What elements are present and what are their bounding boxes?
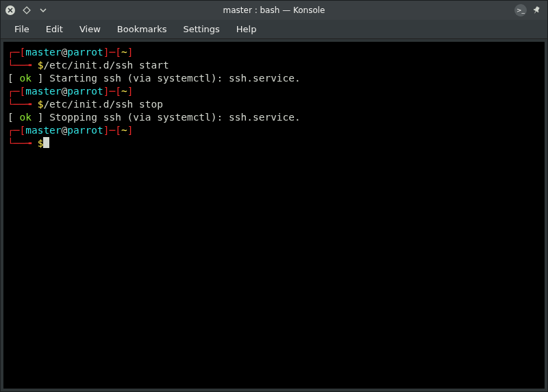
prompt-arrow: └──╼	[8, 99, 38, 110]
pin-icon	[532, 6, 540, 14]
menu-file[interactable]: File	[8, 21, 36, 37]
menu-settings[interactable]: Settings	[176, 21, 226, 37]
status-ok: ok	[19, 73, 31, 84]
command-text: /etc/init.d/ssh stop	[43, 99, 163, 110]
close-button[interactable]	[5, 5, 16, 16]
output-text: ] Stopping ssh (via systemctl): ssh.serv…	[32, 112, 301, 123]
prompt-user: master	[25, 125, 61, 136]
prompt-arrow: └──╼	[8, 60, 38, 71]
prompt-bracket: ]	[127, 86, 134, 97]
prompt-arrow: └──╼	[8, 138, 38, 149]
chevron-down-icon	[39, 6, 47, 14]
prompt-dollar: $	[38, 138, 44, 149]
maximize-button[interactable]	[21, 5, 32, 16]
diamond-icon	[23, 6, 31, 14]
prompt-bracket: ]─[	[103, 47, 121, 58]
output-text: ] Starting ssh (via systemctl): ssh.serv…	[32, 73, 301, 84]
prompt-bracket: ┌─[	[8, 47, 25, 58]
prompt-host: parrot	[67, 47, 103, 58]
pin-button[interactable]	[531, 5, 542, 16]
prompt-host: parrot	[67, 86, 103, 97]
window-titlebar: master : bash — Konsole >_	[1, 1, 547, 20]
prompt-host: parrot	[67, 125, 103, 136]
command-text: /etc/init.d/ssh start	[43, 60, 169, 71]
prompt-dir: ~	[121, 86, 127, 97]
menu-edit[interactable]: Edit	[39, 21, 70, 37]
output-text: [	[8, 112, 19, 123]
prompt-dir: ~	[121, 125, 127, 136]
prompt-bracket: ]─[	[103, 86, 121, 97]
close-icon	[5, 5, 15, 15]
menu-view[interactable]: View	[73, 21, 108, 37]
minimize-button[interactable]	[38, 5, 49, 16]
output-text: [	[8, 73, 19, 84]
menu-bookmarks[interactable]: Bookmarks	[110, 21, 174, 37]
prompt-user: master	[25, 86, 61, 97]
prompt-bracket: ┌─[	[8, 86, 25, 97]
menubar: File Edit View Bookmarks Settings Help	[1, 20, 547, 39]
prompt-user: master	[25, 47, 61, 58]
window-title: master : bash — Konsole	[1, 5, 547, 15]
cursor	[43, 137, 49, 148]
app-icon: >_	[514, 4, 527, 16]
prompt-bracket: ]─[	[103, 125, 121, 136]
status-ok: ok	[19, 112, 31, 123]
prompt-bracket: ]	[127, 47, 134, 58]
prompt-bracket: ]	[127, 125, 134, 136]
menu-help[interactable]: Help	[229, 21, 264, 37]
prompt-bracket: ┌─[	[8, 125, 25, 136]
prompt-dir: ~	[121, 47, 127, 58]
terminal[interactable]: ┌─[master@parrot]─[~] └──╼ $/etc/init.d/…	[3, 42, 545, 389]
